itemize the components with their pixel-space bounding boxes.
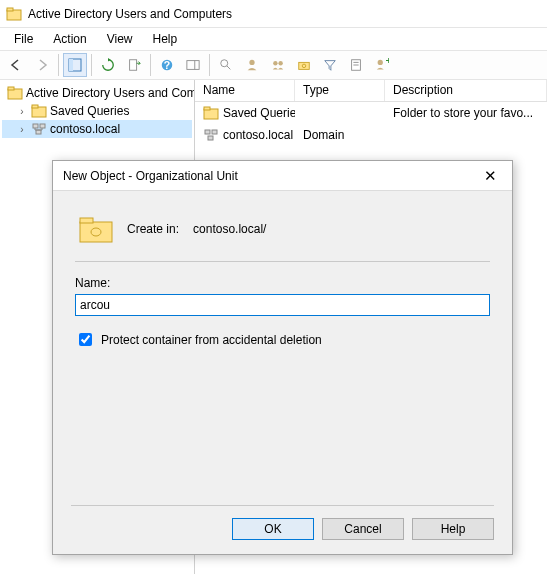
app-icon bbox=[6, 6, 22, 22]
close-button[interactable]: ✕ bbox=[478, 167, 502, 185]
name-label: Name: bbox=[75, 276, 490, 290]
name-input[interactable] bbox=[75, 294, 490, 316]
folder-icon bbox=[203, 105, 219, 121]
dialog-title: New Object - Organizational Unit bbox=[63, 169, 478, 183]
cell-name: contoso.local bbox=[223, 128, 293, 142]
separator bbox=[91, 54, 92, 76]
list-item[interactable]: Saved Queries Folder to store your favo.… bbox=[195, 102, 547, 124]
menu-help[interactable]: Help bbox=[145, 30, 186, 48]
svg-point-9 bbox=[221, 60, 228, 67]
svg-rect-7 bbox=[187, 61, 199, 70]
menu-file[interactable]: File bbox=[6, 30, 41, 48]
divider bbox=[75, 261, 490, 262]
back-button[interactable] bbox=[4, 53, 28, 77]
svg-rect-36 bbox=[80, 222, 112, 242]
svg-rect-4 bbox=[130, 60, 137, 71]
cell-type: Domain bbox=[295, 126, 385, 144]
protect-label: Protect container from accidental deleti… bbox=[101, 333, 322, 347]
domain-icon bbox=[31, 121, 47, 137]
forward-button[interactable] bbox=[30, 53, 54, 77]
action-pane-button[interactable] bbox=[181, 53, 205, 77]
menu-action[interactable]: Action bbox=[45, 30, 94, 48]
cell-desc bbox=[385, 126, 547, 144]
properties-button[interactable] bbox=[344, 53, 368, 77]
domain-icon bbox=[203, 127, 219, 143]
col-description[interactable]: Description bbox=[385, 80, 547, 101]
separator bbox=[150, 54, 151, 76]
svg-point-12 bbox=[273, 61, 277, 65]
svg-rect-26 bbox=[40, 124, 45, 128]
tree-item-label: contoso.local bbox=[50, 122, 120, 136]
ou-icon-button[interactable] bbox=[292, 53, 316, 77]
new-ou-dialog: New Object - Organizational Unit ✕ Creat… bbox=[52, 160, 513, 555]
create-in-label: Create in: bbox=[127, 222, 179, 236]
add-user-button[interactable]: + bbox=[370, 53, 394, 77]
svg-rect-33 bbox=[205, 130, 210, 134]
svg-rect-34 bbox=[212, 130, 217, 134]
toolbar: ? + bbox=[0, 50, 547, 80]
tree-root-label: Active Directory Users and Com bbox=[26, 86, 195, 100]
svg-rect-32 bbox=[204, 107, 210, 110]
separator bbox=[209, 54, 210, 76]
svg-rect-37 bbox=[80, 218, 93, 223]
col-type[interactable]: Type bbox=[295, 80, 385, 101]
svg-rect-1 bbox=[7, 8, 13, 11]
tree-root[interactable]: Active Directory Users and Com bbox=[2, 84, 192, 102]
svg-text:?: ? bbox=[164, 59, 170, 71]
help-button[interactable]: Help bbox=[412, 518, 494, 540]
svg-rect-25 bbox=[33, 124, 38, 128]
separator bbox=[58, 54, 59, 76]
list-item[interactable]: contoso.local Domain bbox=[195, 124, 547, 146]
window-title: Active Directory Users and Computers bbox=[28, 7, 232, 21]
create-in-path: contoso.local/ bbox=[193, 222, 266, 236]
user-icon-button[interactable] bbox=[240, 53, 264, 77]
titlebar: Active Directory Users and Computers bbox=[0, 0, 547, 28]
cell-type bbox=[295, 104, 385, 122]
menu-view[interactable]: View bbox=[99, 30, 141, 48]
expand-icon[interactable]: › bbox=[16, 106, 28, 117]
ou-large-icon bbox=[79, 215, 113, 243]
tree-item-label: Saved Queries bbox=[50, 104, 129, 118]
list-body: Saved Queries Folder to store your favo.… bbox=[195, 102, 547, 146]
ok-button[interactable]: OK bbox=[232, 518, 314, 540]
export-button[interactable] bbox=[122, 53, 146, 77]
filter-button[interactable] bbox=[318, 53, 342, 77]
group-icon-button[interactable] bbox=[266, 53, 290, 77]
col-name[interactable]: Name bbox=[195, 80, 295, 101]
svg-rect-24 bbox=[32, 105, 38, 108]
expand-icon[interactable]: › bbox=[16, 124, 28, 135]
tree-domain[interactable]: › contoso.local bbox=[2, 120, 192, 138]
folder-icon bbox=[7, 85, 23, 101]
dialog-titlebar: New Object - Organizational Unit ✕ bbox=[53, 161, 512, 191]
svg-rect-3 bbox=[69, 59, 73, 71]
cell-name: Saved Queries bbox=[223, 106, 295, 120]
svg-line-10 bbox=[227, 66, 231, 70]
svg-rect-14 bbox=[299, 62, 310, 69]
protect-checkbox[interactable] bbox=[79, 333, 92, 346]
show-hide-tree-button[interactable] bbox=[63, 53, 87, 77]
tree-saved-queries[interactable]: › Saved Queries bbox=[2, 102, 192, 120]
list-header: Name Type Description bbox=[195, 80, 547, 102]
folder-icon bbox=[31, 103, 47, 119]
svg-rect-22 bbox=[8, 87, 14, 90]
find-button[interactable] bbox=[214, 53, 238, 77]
cancel-button[interactable]: Cancel bbox=[322, 518, 404, 540]
svg-point-19 bbox=[378, 60, 383, 65]
svg-point-13 bbox=[278, 61, 282, 65]
svg-point-11 bbox=[249, 60, 254, 65]
svg-text:+: + bbox=[386, 58, 390, 66]
menubar: File Action View Help bbox=[0, 28, 547, 50]
cell-desc: Folder to store your favo... bbox=[385, 104, 547, 122]
svg-rect-35 bbox=[208, 136, 213, 140]
svg-rect-27 bbox=[36, 130, 41, 134]
help-button[interactable]: ? bbox=[155, 53, 179, 77]
refresh-button[interactable] bbox=[96, 53, 120, 77]
divider bbox=[71, 505, 494, 506]
